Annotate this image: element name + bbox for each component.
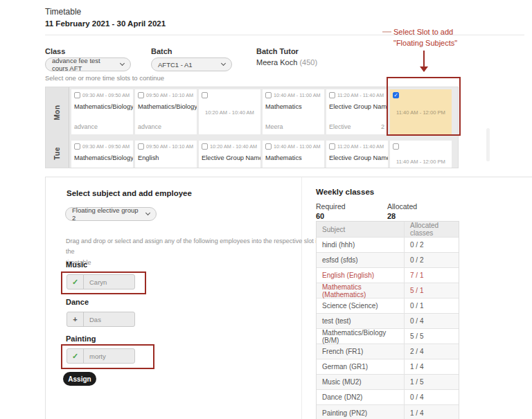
table-row: hindi (hhh) 0 / 2 — [317, 238, 459, 253]
slot-checkbox[interactable] — [393, 143, 399, 150]
slot-subject: Mathematics — [263, 98, 324, 110]
slot-checkbox[interactable] — [265, 92, 272, 98]
weekly-classes-heading: Weekly classes — [316, 188, 374, 196]
allocated-value: 28 — [387, 212, 396, 220]
cell-allocated: 1 / 4 — [405, 405, 459, 419]
cell-subject: esfsd (sfds) — [317, 253, 405, 267]
annotation-text-line1: Select Slot to add — [393, 28, 453, 36]
table-row: Mathematics/Biology (B/M) 5 / 5 — [317, 329, 459, 344]
table-row: esfsd (sfds) 0 / 2 — [317, 253, 459, 268]
slot-time: 10:20 AM - 10:40 AM — [210, 143, 257, 150]
employee-chip-das[interactable]: + Das — [66, 312, 135, 327]
slot-time: 09:50 AM - 10:10 AM — [146, 143, 193, 150]
slot-selection-hint: Select one or more time slots to continu… — [45, 74, 164, 82]
slot-subject: Elective Group Name — [326, 150, 388, 161]
slot-subject: Mathematics/Biology — [71, 150, 133, 161]
slot-tue-1020[interactable]: 10:20 AM - 10:40 AM Elective Group Name — [199, 141, 260, 168]
day-label-tue: Tue — [46, 137, 69, 168]
slot-checkbox[interactable] — [202, 92, 208, 98]
slot-checkbox[interactable] — [329, 143, 335, 150]
cell-subject: hindi (hhh) — [317, 238, 405, 252]
cell-subject: test (test) — [317, 314, 405, 328]
cell-allocated: 0 / 4 — [405, 314, 459, 328]
page-title: Timetable — [45, 7, 81, 17]
instructions-line1: Drag and drop or select and assign any o… — [66, 236, 329, 258]
slot-checkbox[interactable] — [138, 143, 144, 150]
slot-time: 09:30 AM - 09:50 AM — [82, 92, 130, 98]
floating-group-select[interactable]: Floating elective group 2 — [65, 207, 157, 221]
cell-allocated: 1 / 5 — [405, 375, 459, 389]
slot-subject: Mathematics/Biology — [135, 98, 197, 110]
tutor-id: (450) — [299, 58, 317, 66]
slot-time: 10:40 AM - 11:00 AM — [274, 92, 321, 98]
music-chip-annotation-box — [61, 271, 146, 294]
cell-subject: Dance (DN2) — [317, 390, 405, 404]
slot-subject: Elective Group Name — [326, 98, 388, 110]
slot-mon-1040[interactable]: 10:40 AM - 11:00 AM Mathematics Meera — [263, 89, 324, 134]
assign-button[interactable]: Assign — [63, 372, 96, 386]
slot-tue-1040[interactable]: 10:40 AM - 11:00 AM Mathematics — [263, 141, 324, 168]
slot-tue-1140[interactable]: 11:40 AM - 12:00 PM — [390, 141, 452, 168]
slot-mon-0930[interactable]: 09:30 AM - 09:50 AM Mathematics/Biology … — [71, 89, 133, 134]
slot-mon-0950[interactable]: 09:50 AM - 10:10 AM Mathematics/Biology … — [135, 89, 197, 134]
grid-scrollbar[interactable] — [486, 128, 490, 161]
cell-subject: Music (MU2) — [317, 375, 405, 389]
category-label-music: Music — [66, 260, 87, 269]
slot-tutor: Meera — [265, 123, 283, 130]
cell-subject: Mathematics/Biology (B/M) — [317, 329, 405, 344]
annotation-arrow-head-icon — [420, 66, 428, 72]
slot-checkbox[interactable] — [138, 92, 144, 98]
date-range: 11 February 2021 - 30 April 2021 — [45, 19, 166, 28]
slot-time: 11:20 AM - 11:40 AM — [337, 92, 384, 98]
slot-subject: Mathematics — [263, 150, 324, 161]
slot-subject: Mathematics/Biology — [71, 98, 133, 110]
slot-checkbox[interactable] — [329, 92, 335, 98]
slot-mon-1120[interactable]: 11:20 AM - 11:40 AM Elective Group Name … — [326, 89, 388, 134]
cell-allocated: 0 / 2 — [405, 253, 459, 267]
cell-allocated: 7 / 1 — [405, 268, 459, 283]
painting-chip-annotation-box — [61, 344, 154, 369]
panel-divider — [301, 177, 302, 419]
table-row: Dance (DN2) 0 / 4 — [317, 390, 459, 405]
class-select[interactable]: advance fee test cours AFT — [45, 57, 131, 71]
slot-time: 09:30 AM - 09:50 AM — [82, 143, 130, 150]
slot-mon-1020[interactable]: 10:20 AM - 10:40 AM — [199, 89, 260, 134]
table-row-over-allocated: English (English) 7 / 1 — [317, 268, 459, 283]
slot-tutor: Elective — [329, 123, 351, 130]
table-row: test (test) 0 / 4 — [317, 314, 459, 329]
cell-allocated: 1 / 4 — [405, 359, 459, 374]
batch-tutor-value: Meera Koch (450) — [256, 58, 317, 66]
slot-tutor: advance — [138, 123, 161, 130]
chevron-down-icon — [145, 211, 150, 215]
slot-checkbox[interactable] — [265, 143, 272, 150]
cell-subject: German (GR1) — [317, 359, 405, 374]
class-label: Class — [45, 47, 65, 55]
plus-icon: + — [67, 312, 84, 326]
table-row: German (GR1) 1 / 4 — [317, 359, 459, 375]
table-header-subject: Subject — [317, 222, 405, 237]
slot-tue-1120[interactable]: 11:20 AM - 11:40 AM Elective Group Name — [326, 141, 388, 168]
slot-time: 10:40 AM - 11:00 AM — [274, 143, 321, 150]
cell-allocated: 2 / 4 — [405, 344, 459, 359]
cell-allocated: 0 / 1 — [405, 298, 459, 313]
instructions-line2: timetable — [66, 258, 329, 268]
tutor-name: Meera Koch — [256, 58, 297, 66]
cell-allocated: 5 / 5 — [405, 329, 459, 344]
timetable-page: Timetable 11 February 2021 - 30 April 20… — [0, 0, 532, 419]
slot-checkbox[interactable] — [202, 143, 208, 150]
batch-select[interactable]: AFTC1 - A1 — [151, 57, 232, 71]
day-label-text: Tue — [53, 147, 61, 160]
slot-checkbox[interactable] — [74, 143, 80, 150]
cell-subject: Mathematics (Mathematics) — [317, 283, 405, 298]
assign-section-heading: Select subject and add employee — [66, 189, 192, 197]
required-value: 60 — [316, 212, 324, 220]
slot-tue-0950[interactable]: 09:50 AM - 10:10 AM English — [135, 141, 197, 168]
annotation-leader-line — [382, 31, 391, 33]
weekly-classes-table: Subject Allocated classes hindi (hhh) 0 … — [316, 221, 459, 419]
slot-checkbox[interactable] — [74, 92, 80, 98]
cell-subject: Science (Science) — [317, 298, 405, 313]
cell-subject: French (FR1) — [317, 344, 405, 359]
day-label-mon: Mon — [46, 87, 69, 137]
slot-tue-0930[interactable]: 09:30 AM - 09:50 AM Mathematics/Biology — [71, 141, 133, 168]
selected-slot-annotation-box — [387, 77, 461, 136]
